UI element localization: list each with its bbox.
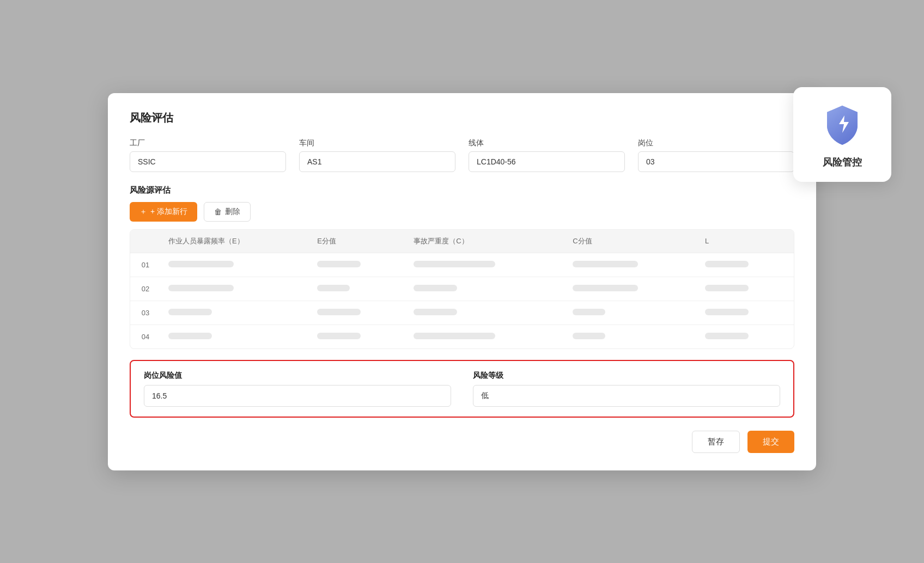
cell-l-02 [697,277,794,301]
cell-cscore-03 [565,301,697,325]
cell-l-03 [697,301,794,325]
delete-button[interactable]: 🗑 删除 [204,202,251,222]
cell-escore-02 [309,277,406,301]
line-label: 线体 [469,138,625,148]
workshop-field: 车间 [299,138,455,172]
risk-source-table-wrapper: 作业人员暴露频率（E） E分值 事故严重度（C） C分值 L 01 [130,229,794,349]
cell-exposure-03 [161,301,309,325]
cell-cscore-04 [565,325,697,348]
row-num-04: 04 [130,325,161,348]
cell-escore-04 [309,325,406,348]
factory-input[interactable] [130,151,286,172]
risk-level-label: 风险等级 [473,371,780,381]
dialog-title: 风险评估 [130,111,794,125]
risk-level-field: 风险等级 低 [473,371,780,407]
save-button[interactable]: 暂存 [692,431,740,453]
cell-severity-03 [406,301,565,325]
cell-l-04 [697,325,794,348]
page-wrapper: 风险评估 × 工厂 车间 线体 岗位 [0,0,924,563]
form-row: 工厂 车间 线体 岗位 [130,138,794,172]
cell-cscore-02 [565,277,697,301]
cell-escore-03 [309,301,406,325]
cell-escore-01 [309,253,406,277]
add-icon: ＋ [139,207,147,217]
line-field: 线体 [469,138,625,172]
risk-level-value: 低 [473,385,780,407]
cell-exposure-04 [161,325,309,348]
col-exposure-freq: 作业人员暴露频率（E） [161,230,309,253]
col-accident-severity: 事故严重度（C） [406,230,565,253]
workshop-input[interactable] [299,151,455,172]
shield-lightning-icon [820,103,864,147]
cell-exposure-02 [161,277,309,301]
cell-severity-02 [406,277,565,301]
cell-l-01 [697,253,794,277]
submit-button[interactable]: 提交 [747,431,794,453]
risk-value-field: 岗位风险值 16.5 [144,371,451,407]
dialog: 风险评估 × 工厂 车间 线体 岗位 [108,93,816,470]
cell-severity-01 [406,253,565,277]
dialog-overlay: 风险评估 × 工厂 车间 线体 岗位 [0,0,924,563]
risk-value-label: 岗位风险值 [144,371,451,381]
delete-label: 删除 [225,207,240,217]
row-num-01: 01 [130,253,161,277]
dialog-footer: 暂存 提交 [130,431,794,453]
line-input[interactable] [469,151,625,172]
position-label: 岗位 [638,138,794,148]
position-field: 岗位 [638,138,794,172]
table-row: 02 [130,277,794,301]
add-row-button[interactable]: ＋ + 添加新行 [130,202,197,222]
col-checkbox [130,230,161,253]
row-num-03: 03 [130,301,161,325]
risk-summary-box: 岗位风险值 16.5 风险等级 低 [130,360,794,418]
table-toolbar: ＋ + 添加新行 🗑 删除 [130,202,794,222]
risk-summary-row: 岗位风险值 16.5 风险等级 低 [144,371,780,407]
table-row: 01 [130,253,794,277]
risk-value: 16.5 [144,385,451,407]
position-input[interactable] [638,151,794,172]
risk-source-table: 作业人员暴露频率（E） E分值 事故严重度（C） C分值 L 01 [130,230,794,348]
trash-icon: 🗑 [214,207,222,216]
col-l: L [697,230,794,253]
cell-exposure-01 [161,253,309,277]
cell-severity-04 [406,325,565,348]
workshop-label: 车间 [299,138,455,148]
col-c-score: C分值 [565,230,697,253]
table-row: 04 [130,325,794,348]
table-header-row: 作业人员暴露频率（E） E分值 事故严重度（C） C分值 L [130,230,794,253]
cell-cscore-01 [565,253,697,277]
table-row: 03 [130,301,794,325]
factory-field: 工厂 [130,138,286,172]
col-e-score: E分值 [309,230,406,253]
factory-label: 工厂 [130,138,286,148]
risk-control-card: 风险管控 [793,87,891,182]
risk-card-label: 风险管控 [823,156,862,169]
row-num-02: 02 [130,277,161,301]
risk-source-section-title: 风险源评估 [130,185,794,195]
add-row-label: + 添加新行 [150,207,187,217]
